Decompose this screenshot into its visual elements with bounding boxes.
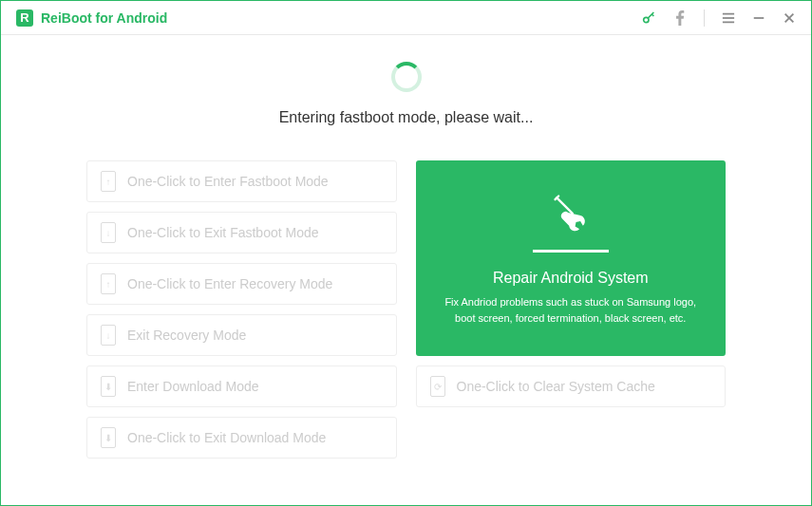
main-content: Entering fastboot mode, please wait... ↑… <box>1 35 811 459</box>
titlebar-right <box>641 9 796 27</box>
repair-title: Repair Android System <box>493 270 649 287</box>
option-label: One-Click to Enter Recovery Mode <box>127 276 332 291</box>
option-label: One-Click to Clear System Cache <box>457 379 655 394</box>
option-label: One-Click to Exit Download Mode <box>127 430 326 445</box>
options-grid: ↑ One-Click to Enter Fastboot Mode ↓ One… <box>86 160 726 459</box>
status-area: Entering fastboot mode, please wait... <box>86 62 726 126</box>
enter-recovery-button: ↑ One-Click to Enter Recovery Mode <box>86 263 397 305</box>
status-text: Entering fastboot mode, please wait... <box>279 109 534 126</box>
exit-download-button: ⬇ One-Click to Exit Download Mode <box>86 417 397 459</box>
option-label: Exit Recovery Mode <box>127 328 246 343</box>
phone-download-icon: ⬇ <box>101 427 116 448</box>
facebook-icon[interactable] <box>673 10 687 26</box>
app-logo-letter: R <box>20 10 28 25</box>
app-title: ReiBoot for Android <box>41 10 167 26</box>
svg-point-0 <box>644 17 649 22</box>
phone-down-icon: ↓ <box>101 222 116 243</box>
repair-android-card[interactable]: Repair Android System Fix Andriod proble… <box>416 160 727 356</box>
option-label: Enter Download Mode <box>127 379 259 394</box>
repair-description: Fix Andriod problems such as stuck on Sa… <box>439 294 704 326</box>
titlebar: R ReiBoot for Android <box>1 1 811 35</box>
enter-fastboot-button: ↑ One-Click to Enter Fastboot Mode <box>86 160 397 202</box>
phone-up-icon: ↑ <box>101 273 116 294</box>
clear-cache-button: ⟳ One-Click to Clear System Cache <box>416 365 727 407</box>
app-logo: R <box>16 9 33 27</box>
tools-icon <box>550 191 592 236</box>
phone-down-icon: ↓ <box>101 325 116 346</box>
titlebar-left: R ReiBoot for Android <box>16 9 167 27</box>
repair-divider <box>533 250 609 253</box>
phone-download-icon: ⬇ <box>101 376 116 397</box>
phone-up-icon: ↑ <box>101 171 116 192</box>
close-icon[interactable] <box>783 11 796 25</box>
right-column: Repair Android System Fix Andriod proble… <box>416 160 727 459</box>
titlebar-divider <box>704 9 705 27</box>
enter-download-button: ⬇ Enter Download Mode <box>86 365 397 407</box>
left-column: ↑ One-Click to Enter Fastboot Mode ↓ One… <box>86 160 397 459</box>
menu-icon[interactable] <box>722 11 735 25</box>
key-icon[interactable] <box>641 10 656 26</box>
exit-recovery-button: ↓ Exit Recovery Mode <box>86 314 397 356</box>
loading-spinner-icon <box>391 62 422 92</box>
option-label: One-Click to Enter Fastboot Mode <box>127 174 329 189</box>
phone-refresh-icon: ⟳ <box>430 376 445 397</box>
option-label: One-Click to Exit Fastboot Mode <box>127 225 319 240</box>
exit-fastboot-button: ↓ One-Click to Exit Fastboot Mode <box>86 212 397 253</box>
minimize-icon[interactable] <box>752 11 765 25</box>
